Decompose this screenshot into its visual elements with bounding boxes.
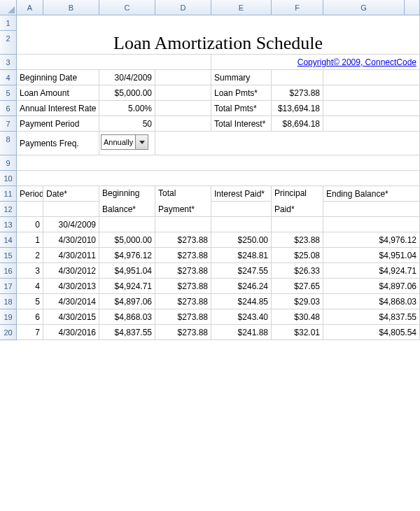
cell-beg-20[interactable]: $4,837.55 — [99, 325, 155, 340]
cell-G4[interactable] — [323, 70, 420, 85]
payments-freq-dropdown[interactable]: Annually — [101, 134, 148, 150]
cell-end-19[interactable]: $4,837.55 — [323, 309, 420, 325]
cell-period-17[interactable]: 4 — [17, 279, 43, 294]
cell-A3[interactable] — [17, 55, 211, 70]
col-header-extra[interactable] — [405, 0, 420, 15]
row-header-19[interactable]: 19 — [0, 309, 17, 325]
cell-G6[interactable] — [323, 101, 420, 116]
row-header-5[interactable]: 5 — [0, 85, 17, 101]
th-principal-2[interactable]: Paid* — [272, 202, 323, 217]
cell-end-15[interactable]: $4,951.04 — [323, 248, 420, 263]
th-beg-bal-2[interactable]: Balance* — [99, 202, 155, 217]
total-interest-value[interactable]: $8,694.18 — [272, 116, 323, 132]
cell-F4[interactable] — [272, 70, 323, 85]
cell-G7[interactable] — [323, 116, 420, 132]
cell-prin-14[interactable]: $23.88 — [272, 232, 323, 248]
row-header-13[interactable]: 13 — [0, 217, 17, 232]
cell-A12[interactable] — [17, 202, 43, 217]
cell-D7[interactable] — [155, 116, 211, 132]
cell-period-20[interactable]: 7 — [17, 325, 43, 340]
cell-int-13[interactable] — [211, 217, 272, 232]
copyright-link[interactable]: Copyright© 2009, ConnectCode — [211, 55, 420, 70]
row-header-4[interactable]: 4 — [0, 70, 17, 85]
cell-int-18[interactable]: $244.85 — [211, 294, 272, 309]
cell-pmt-16[interactable]: $273.88 — [155, 263, 211, 279]
cell-date-17[interactable]: 4/30/2013 — [43, 279, 99, 294]
th-period[interactable]: Period* — [17, 186, 43, 202]
row-header-17[interactable]: 17 — [0, 279, 17, 294]
beginning-date-value[interactable]: 30/4/2009 — [99, 70, 155, 85]
cell-E12[interactable] — [211, 202, 272, 217]
cell-D8[interactable] — [155, 132, 420, 155]
payments-freq-cell[interactable]: Annually — [99, 132, 155, 155]
cell-G5[interactable] — [323, 85, 420, 101]
cell-beg-19[interactable]: $4,868.03 — [99, 309, 155, 325]
cell-int-14[interactable]: $250.00 — [211, 232, 272, 248]
row-header-7[interactable]: 7 — [0, 116, 17, 132]
cell-int-20[interactable]: $241.88 — [211, 325, 272, 340]
th-total-pmt-1[interactable]: Total — [155, 186, 211, 202]
loan-pmts-label[interactable]: Loan Pmts* — [211, 85, 272, 101]
th-date[interactable]: Date* — [43, 186, 99, 202]
payments-freq-label[interactable]: Payments Freq. — [17, 132, 99, 155]
cell-A9[interactable] — [17, 155, 420, 171]
cell-period-19[interactable]: 6 — [17, 309, 43, 325]
th-total-pmt-2[interactable]: Payment* — [155, 202, 211, 217]
row-header-11[interactable]: 11 — [0, 186, 17, 202]
loan-amount-value[interactable]: $5,000.00 — [99, 85, 155, 101]
th-beg-bal-1[interactable]: Beginning — [99, 186, 155, 202]
cell-end-20[interactable]: $4,805.54 — [323, 325, 420, 340]
cell-beg-16[interactable]: $4,951.04 — [99, 263, 155, 279]
cell-end-16[interactable]: $4,924.71 — [323, 263, 420, 279]
cell-period-16[interactable]: 3 — [17, 263, 43, 279]
cell-A10[interactable] — [17, 171, 420, 186]
cell-D6[interactable] — [155, 101, 211, 116]
col-header-B[interactable]: B — [43, 0, 99, 15]
cell-date-14[interactable]: 4/30/2010 — [43, 232, 99, 248]
cell-D5[interactable] — [155, 85, 211, 101]
row-header-6[interactable]: 6 — [0, 101, 17, 116]
cell-date-13[interactable]: 30/4/2009 — [43, 217, 99, 232]
select-all-corner[interactable] — [0, 0, 17, 15]
cell-date-15[interactable]: 4/30/2011 — [43, 248, 99, 263]
cell-prin-16[interactable]: $26.33 — [272, 263, 323, 279]
cell-date-18[interactable]: 4/30/2014 — [43, 294, 99, 309]
cell-period-18[interactable]: 5 — [17, 294, 43, 309]
cell-B12[interactable] — [43, 202, 99, 217]
annual-rate-label[interactable]: Annual Interest Rate — [17, 101, 99, 116]
total-interest-label[interactable]: Total Interest* — [211, 116, 272, 132]
title-cell[interactable]: Loan Amortization Schedule — [17, 31, 420, 55]
cell-end-13[interactable] — [323, 217, 420, 232]
cell-end-14[interactable]: $4,976.12 — [323, 232, 420, 248]
cell-pmt-13[interactable] — [155, 217, 211, 232]
row-header-2[interactable]: 2 — [0, 31, 17, 55]
cell-period-13[interactable]: 0 — [17, 217, 43, 232]
cell-end-18[interactable]: $4,868.03 — [323, 294, 420, 309]
annual-rate-value[interactable]: 5.00% — [99, 101, 155, 116]
row-header-18[interactable]: 18 — [0, 294, 17, 309]
cell-prin-18[interactable]: $29.03 — [272, 294, 323, 309]
cell-period-14[interactable]: 1 — [17, 232, 43, 248]
cell-prin-15[interactable]: $25.08 — [272, 248, 323, 263]
cell-pmt-18[interactable]: $273.88 — [155, 294, 211, 309]
row-header-20[interactable]: 20 — [0, 325, 17, 340]
col-header-G[interactable]: G — [323, 0, 405, 15]
cell-pmt-19[interactable]: $273.88 — [155, 309, 211, 325]
row-header-3[interactable]: 3 — [0, 55, 17, 70]
cell-title-top[interactable] — [17, 15, 420, 31]
row-header-16[interactable]: 16 — [0, 263, 17, 279]
summary-heading[interactable]: Summary — [211, 70, 272, 85]
cell-prin-20[interactable]: $32.01 — [272, 325, 323, 340]
row-header-8[interactable]: 8 — [0, 132, 17, 155]
cell-int-19[interactable]: $243.40 — [211, 309, 272, 325]
row-header-1[interactable]: 1 — [0, 15, 17, 31]
loan-pmts-value[interactable]: $273.88 — [272, 85, 323, 101]
loan-amount-label[interactable]: Loan Amount — [17, 85, 99, 101]
row-header-14[interactable]: 14 — [0, 232, 17, 248]
cell-date-16[interactable]: 4/30/2012 — [43, 263, 99, 279]
col-header-E[interactable]: E — [211, 0, 272, 15]
cell-date-20[interactable]: 4/30/2016 — [43, 325, 99, 340]
row-header-15[interactable]: 15 — [0, 248, 17, 263]
th-interest[interactable]: Interest Paid* — [211, 186, 272, 202]
payment-period-value[interactable]: 50 — [99, 116, 155, 132]
